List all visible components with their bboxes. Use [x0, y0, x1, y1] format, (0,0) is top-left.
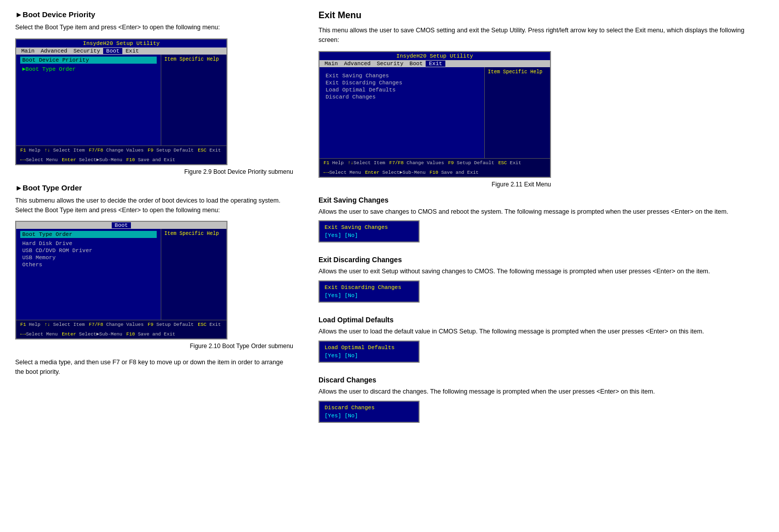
exit-menu-title: Exit Menu: [318, 10, 764, 21]
menu-security-3: Security: [374, 61, 406, 67]
footer-lr-1: ←→Select Menu: [20, 157, 58, 163]
bios-item-exit-saving: Exit Saving Changes: [324, 72, 480, 79]
bios-main-1: Boot Device Priority ►Boot Type Order: [16, 55, 161, 146]
dialog-options-3: [Yes] [No]: [325, 413, 414, 419]
caption-3: Figure 2.11 Exit Menu: [318, 181, 551, 188]
subsection-desc-1: Allows the user to exit Setup without sa…: [318, 267, 764, 276]
footer-esc-1: ESC Exit: [198, 148, 221, 153]
footer-f10-3: F10 Save and Exit: [430, 170, 479, 175]
bios-item-discard-changes: Discard Changes: [324, 93, 480, 101]
subsection-exit-discarding: Exit Discarding Changes Allows the user …: [318, 256, 764, 308]
dialog-options-2: [Yes] [No]: [325, 353, 414, 359]
bios-body-1: Boot Device Priority ►Boot Type Order It…: [16, 55, 226, 146]
footer-f9-1: F9 Setup Default: [148, 148, 194, 153]
bios-footer-3: F1 Help ↑↓Select Item F7/F8 Change Value…: [319, 158, 550, 177]
bios-item-others: Others: [20, 261, 157, 268]
bios-item-load-optimal: Load Optimal Defaults: [324, 86, 480, 93]
boot-type-order-desc: This submenu allows the user to decide t…: [15, 196, 293, 215]
subsection-title-2: Load Optimal Defaults: [318, 316, 764, 324]
bios-item-hdd: Hard Disk Drive: [20, 240, 157, 247]
footer-ud-2: ↑↓ Select Item: [44, 322, 85, 327]
boot-device-priority-section: ►Boot Device Priority Select the Boot Ty…: [15, 10, 293, 175]
footer-ud-3: ↑↓Select Item: [348, 160, 385, 166]
subsection-discard-changes: Discard Changes Allows the user to disca…: [318, 376, 764, 428]
dialog-title-0: Exit Saving Changes: [325, 224, 414, 230]
bios-footer-2: F1 Help ↑↓ Select Item F7/F8 Change Valu…: [16, 320, 226, 338]
bios-sidebar-3: Item Specific Help: [484, 67, 550, 158]
footer-enter-1: Enter Select►Sub-Menu: [62, 157, 122, 163]
bios-menubar-3: Main Advanced Security Boot Exit: [319, 60, 550, 67]
footer-f9-2: F9 Setup Default: [148, 322, 194, 327]
menu-boot-3: Boot: [406, 61, 426, 67]
bios-item-usb-cd: USB CD/DVD ROM Driver: [20, 247, 157, 254]
menu-exit-1: Exit: [122, 48, 142, 54]
bios-screen-exit: InsydeH20 Setup Utility Main Advanced Se…: [318, 51, 551, 178]
menu-exit-3: Exit: [426, 61, 445, 67]
bios-sidebar-title-3: Item Specific Help: [488, 69, 547, 75]
footer-f1-1: F1 Help: [20, 148, 40, 153]
subsection-load-optimal: Load Optimal Defaults Allows the user to…: [318, 316, 764, 368]
bios-sidebar-title-2: Item Specific Help: [164, 231, 223, 236]
right-column: Exit Menu This menu allows the user to s…: [308, 10, 764, 517]
boot-type-order-section: ►Boot Type Order This submenu allows the…: [15, 183, 293, 377]
dialog-title-2: Load Optimal Defaults: [325, 345, 414, 351]
boot-device-priority-desc: Select the Boot Type item and press <Ent…: [15, 23, 293, 32]
boot-priority-note: Select a media type, and then use F7 or …: [15, 358, 293, 377]
menu-boot-2: Boot: [112, 222, 131, 228]
bios-body-2: Boot Type Order Hard Disk Drive USB CD/D…: [16, 229, 226, 320]
dialog-options-0: [Yes] [No]: [325, 232, 414, 238]
footer-f1-3: F1 Help: [324, 160, 344, 166]
bios-section-header-2: Boot Type Order: [20, 231, 157, 238]
bios-item-usb-mem: USB Memory: [20, 254, 157, 261]
dialog-exit-discarding: Exit Discarding Changes [Yes] [No]: [318, 280, 420, 303]
dialog-options-1: [Yes] [No]: [325, 293, 414, 299]
bios-main-3: Exit Saving Changes Exit Discarding Chan…: [319, 67, 484, 158]
bios-footer-1: F1 Help ↑↓ Select Item F7/F8 Change Valu…: [16, 146, 226, 164]
dialog-discard-changes: Discard Changes [Yes] [No]: [318, 401, 420, 423]
footer-f7f8-1: F7/F8 Change Values: [89, 148, 144, 153]
exit-menu-intro: This menu allows the user to save CMOS s…: [318, 26, 764, 45]
footer-lr-2: ←→Select Menu: [20, 331, 58, 337]
subsections-container: Exit Saving Changes Allows the user to s…: [318, 196, 764, 428]
left-column: ►Boot Device Priority Select the Boot Ty…: [15, 10, 308, 517]
boot-type-order-title: ►Boot Type Order: [15, 183, 293, 192]
bios-title-1: InsydeH20 Setup Utility: [16, 39, 226, 47]
bios-body-3: Exit Saving Changes Exit Discarding Chan…: [319, 67, 550, 158]
footer-enter-2: Enter Select►Sub-Menu: [62, 331, 122, 337]
subsection-desc-2: Allows the user to load the default valu…: [318, 327, 764, 336]
subsection-title-0: Exit Saving Changes: [318, 196, 764, 204]
bios-sidebar-title-1: Item Specific Help: [164, 57, 223, 62]
subsection-exit-saving: Exit Saving Changes Allows the user to s…: [318, 196, 764, 248]
menu-advanced-1: Advanced: [37, 48, 70, 54]
menu-security-1: Security: [70, 48, 103, 54]
bios-item-exit-discarding: Exit Discarding Changes: [324, 79, 480, 86]
footer-f9-3: F9 Setup Default: [448, 160, 494, 166]
bios-screen-boot-device: InsydeH20 Setup Utility Main Advanced Se…: [15, 38, 227, 165]
subsection-desc-3: Allows the user to discard the changes. …: [318, 387, 764, 397]
caption-1: Figure 2.9 Boot Device Priority submenu: [15, 168, 293, 175]
menu-main-3: Main: [322, 61, 341, 67]
subsection-title-3: Discard Changes: [318, 376, 764, 384]
bios-main-2: Boot Type Order Hard Disk Drive USB CD/D…: [16, 229, 161, 320]
bios-menubar-2: Boot: [16, 222, 226, 229]
subsection-desc-0: Allows the user to save changes to CMOS …: [318, 207, 764, 217]
caption-2: Figure 2.10 Boot Type Order submenu: [15, 343, 293, 350]
dialog-title-3: Discard Changes: [325, 405, 414, 411]
footer-f7f8-3: F7/F8 Change Values: [389, 160, 444, 166]
boot-device-priority-title: ►Boot Device Priority: [15, 10, 293, 19]
footer-f10-1: F10 Save and Exit: [126, 157, 175, 163]
menu-main-1: Main: [18, 48, 37, 54]
bios-screen-boot-type: Boot Boot Type Order Hard Disk Drive USB…: [15, 221, 227, 340]
bios-title-3: InsydeH20 Setup Utility: [319, 52, 550, 60]
footer-ud-1: ↑↓ Select Item: [44, 148, 85, 153]
dialog-title-1: Exit Discarding Changes: [325, 284, 414, 291]
dialog-exit-saving: Exit Saving Changes [Yes] [No]: [318, 220, 420, 243]
footer-lr-3: ←→Select Menu: [324, 170, 361, 175]
footer-esc-3: ESC Exit: [498, 160, 522, 166]
bios-menubar-1: Main Advanced Security Boot Exit: [16, 47, 226, 55]
footer-enter-3: Enter Select►Sub-Menu: [365, 170, 426, 175]
bios-sidebar-1: Item Specific Help: [161, 55, 226, 146]
menu-advanced-3: Advanced: [341, 61, 374, 67]
menu-boot-1: Boot: [103, 48, 122, 54]
bios-section-header-1: Boot Device Priority: [20, 57, 157, 64]
